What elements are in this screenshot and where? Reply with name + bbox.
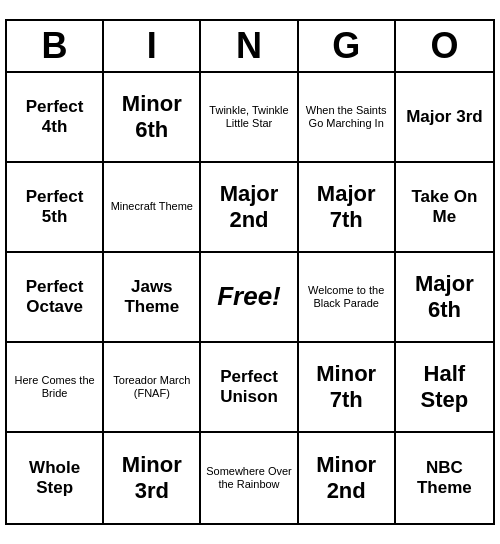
bingo-card: BINGO Perfect 4thMinor 6thTwinkle, Twink…: [5, 19, 495, 525]
bingo-cell-21[interactable]: Minor 3rd: [104, 433, 201, 523]
bingo-header: BINGO: [7, 21, 493, 73]
bingo-cell-24[interactable]: NBC Theme: [396, 433, 493, 523]
bingo-cell-14[interactable]: Major 6th: [396, 253, 493, 343]
bingo-cell-2[interactable]: Twinkle, Twinkle Little Star: [201, 73, 298, 163]
bingo-cell-16[interactable]: Toreador March (FNAF): [104, 343, 201, 433]
bingo-cell-23[interactable]: Minor 2nd: [299, 433, 396, 523]
header-letter-o: O: [396, 21, 493, 71]
bingo-cell-3[interactable]: When the Saints Go Marching In: [299, 73, 396, 163]
bingo-cell-13[interactable]: Welcome to the Black Parade: [299, 253, 396, 343]
bingo-grid: Perfect 4thMinor 6thTwinkle, Twinkle Lit…: [7, 73, 493, 523]
bingo-cell-10[interactable]: Perfect Octave: [7, 253, 104, 343]
bingo-cell-20[interactable]: Whole Step: [7, 433, 104, 523]
header-letter-i: I: [104, 21, 201, 71]
bingo-cell-19[interactable]: Half Step: [396, 343, 493, 433]
header-letter-b: B: [7, 21, 104, 71]
bingo-cell-4[interactable]: Major 3rd: [396, 73, 493, 163]
bingo-cell-0[interactable]: Perfect 4th: [7, 73, 104, 163]
bingo-cell-1[interactable]: Minor 6th: [104, 73, 201, 163]
bingo-cell-12[interactable]: Free!: [201, 253, 298, 343]
bingo-cell-15[interactable]: Here Comes the Bride: [7, 343, 104, 433]
bingo-cell-9[interactable]: Take On Me: [396, 163, 493, 253]
bingo-cell-6[interactable]: Minecraft Theme: [104, 163, 201, 253]
bingo-cell-22[interactable]: Somewhere Over the Rainbow: [201, 433, 298, 523]
bingo-cell-18[interactable]: Minor 7th: [299, 343, 396, 433]
bingo-cell-17[interactable]: Perfect Unison: [201, 343, 298, 433]
header-letter-g: G: [299, 21, 396, 71]
bingo-cell-11[interactable]: Jaws Theme: [104, 253, 201, 343]
bingo-cell-8[interactable]: Major 7th: [299, 163, 396, 253]
bingo-cell-7[interactable]: Major 2nd: [201, 163, 298, 253]
bingo-cell-5[interactable]: Perfect 5th: [7, 163, 104, 253]
header-letter-n: N: [201, 21, 298, 71]
